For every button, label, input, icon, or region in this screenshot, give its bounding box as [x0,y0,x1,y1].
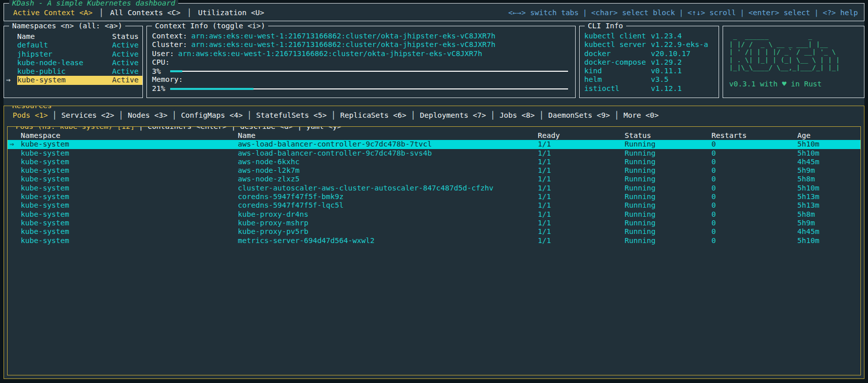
info-row: Namespaces <n> (all: <a>) Name Status de… [4,26,864,98]
column-header-restarts: Restarts [711,131,797,140]
pod-ready: 1/1 [538,149,625,158]
pods-table: Namespace Name Ready Status Restarts Age… [8,127,860,245]
pod-age: 5h13m [797,193,860,201]
tab-daemonsets[interactable]: DaemonSets <9> [548,111,610,119]
column-header-ready: Ready [538,131,625,140]
table-row[interactable]: kube-system aws-node-6kxhc 1/1 Running 0… [8,158,860,166]
pod-age: 5h10m [797,140,860,149]
namespace-row-kube-system[interactable]: ⇒ kube-system Active [4,76,142,84]
pod-status: Running [625,210,711,219]
tab-separator: │ [247,111,252,119]
pod-status: Running [625,158,711,166]
cli-name: kind [584,67,651,75]
table-row[interactable]: kube-system coredns-5947f47f5f-lqc5l 1/1… [8,201,860,210]
tab-pods[interactable]: Pods <1> [13,111,48,119]
pod-restarts: 0 [711,149,797,158]
namespace-row-default[interactable]: default Active [4,41,142,50]
cli-item: dockerv20.10.17 [584,50,714,58]
pod-name: kube-proxy-dr4ns [238,210,538,219]
tab-nodes[interactable]: Nodes <3> [128,111,168,119]
cpu-gauge-fill [170,70,182,72]
pod-age: 5h9m [797,166,860,175]
memory-gauge: 21% [152,84,570,93]
pod-age: 5h8m [797,210,860,219]
table-row[interactable]: kube-system aws-load-balancer-controller… [8,149,860,158]
table-row[interactable]: kube-system aws-node-l2k7m 1/1 Running 0… [8,166,860,175]
namespace-row-jhipster[interactable]: jhipster Active [4,50,142,59]
namespace-row-kube-public[interactable]: kube-public Active [4,67,142,76]
user-label: User: [152,50,174,58]
tab-active-context[interactable]: Active Context <A> [13,9,92,17]
namespace-name: kube-node-lease [17,59,112,67]
pod-status: Running [625,227,711,236]
namespace-name: kube-public [17,67,112,76]
table-row[interactable]: kube-system kube-proxy-mshrp 1/1 Running… [8,219,860,227]
cli-version: v1.12.1 [651,84,714,93]
cli-name: kubectl server [584,40,651,49]
table-row[interactable]: kube-system kube-proxy-pv5rb 1/1 Running… [8,227,860,236]
help-select: <enter> select [748,9,810,17]
tab-services[interactable]: Services <2> [62,111,115,119]
table-row[interactable]: kube-system metrics-server-694d47d564-wx… [8,236,860,245]
cluster-value: arn:aws:eks:eu-west-1:216713166862:clust… [191,40,495,49]
cli-item: kindv0.11.1 [584,67,714,75]
namespace-status: Active [112,50,142,59]
cli-version: v1.23.4 [651,32,714,40]
header-tabs: Active Context <A> │ All Contexts <C> │ … [13,9,264,17]
cpu-percent: 3% [152,67,166,75]
namespaces-title: Namespaces <n> (all: <a>) [9,21,125,30]
cpu-label: CPU: [152,58,570,67]
pod-name: aws-node-zlxz5 [238,175,538,183]
context-info-panel: Context Info (toggle <i>) Context:arn:aw… [146,26,576,98]
tab-statefulsets[interactable]: StatefulSets <5> [256,111,327,119]
tab-replicasets[interactable]: ReplicaSets <6> [340,111,406,119]
tab-jobs[interactable]: Jobs <8> [499,111,535,119]
pod-name: coredns-5947f47f5f-bmk9z [238,193,538,201]
pod-restarts: 0 [711,219,797,227]
help-separator: | [583,9,587,17]
pod-namespace: kube-system [21,184,238,193]
app-title: KDash - A simple Kubernetes dashboard [9,0,178,8]
namespace-status: Active [112,76,142,84]
pod-age: 5h13m [797,201,860,210]
cli-name: istioctl [584,84,651,93]
resource-tabs: Pods <1> │ Services <2> │ Nodes <3> │ Co… [4,106,864,119]
table-row[interactable]: kube-system cluster-autoscaler-aws-clust… [8,184,860,193]
table-row[interactable]: kube-system kube-proxy-dr4ns 1/1 Running… [8,210,860,219]
help-select-block: <char> select block [591,9,675,17]
kdash-app: KDash - A simple Kubernetes dashboard Ac… [4,3,864,379]
pod-restarts: 0 [711,193,797,201]
table-row[interactable]: kube-system coredns-5947f47f5f-bmk9z 1/1… [8,193,860,201]
namespace-name: kube-system [17,76,112,84]
namespace-row-kube-node-lease[interactable]: kube-node-lease Active [4,59,142,67]
pod-ready: 1/1 [538,175,625,183]
pod-namespace: kube-system [21,227,238,236]
pods-header-row: Namespace Name Ready Status Restarts Age [8,131,860,140]
pods-panel: Pods (ns: kube-system) [12] | Containers… [7,126,861,375]
pod-status: Running [625,140,711,149]
memory-percent: 21% [152,84,166,92]
pod-restarts: 0 [711,166,797,175]
pod-namespace: kube-system [21,210,238,219]
pod-namespace: kube-system [21,236,238,245]
pod-status: Running [625,175,711,183]
user-line: User:arn:aws:eks:eu-west-1:216713166862:… [152,50,570,58]
pod-status: Running [625,193,711,201]
pod-name: cluster-autoscaler-aws-cluster-autoscale… [238,184,538,193]
table-row[interactable]: kube-system aws-node-zlxz5 1/1 Running 0… [8,175,860,183]
tab-more[interactable]: More <0> [624,111,659,119]
table-row[interactable]: ⇒ kube-system aws-load-balancer-controll… [8,140,860,149]
pod-ready: 1/1 [538,166,625,175]
tab-utilization[interactable]: Utilization <U> [198,9,264,17]
pod-namespace: kube-system [21,201,238,210]
pod-ready: 1/1 [538,201,625,210]
tab-configmaps[interactable]: ConfigMaps <4> [181,111,242,119]
tab-all-contexts[interactable]: All Contexts <C> [110,9,181,17]
cpu-gauge: 3% [152,67,570,75]
pod-ready: 1/1 [538,219,625,227]
help-switch-tabs: <←→> switch tabs [508,9,579,17]
pod-namespace: kube-system [21,219,238,227]
resources-panel: Resources Pods <1> │ Services <2> │ Node… [4,106,864,379]
namespaces-panel: Namespaces <n> (all: <a>) Name Status de… [4,26,143,98]
tab-deployments[interactable]: Deployments <7> [420,111,486,119]
